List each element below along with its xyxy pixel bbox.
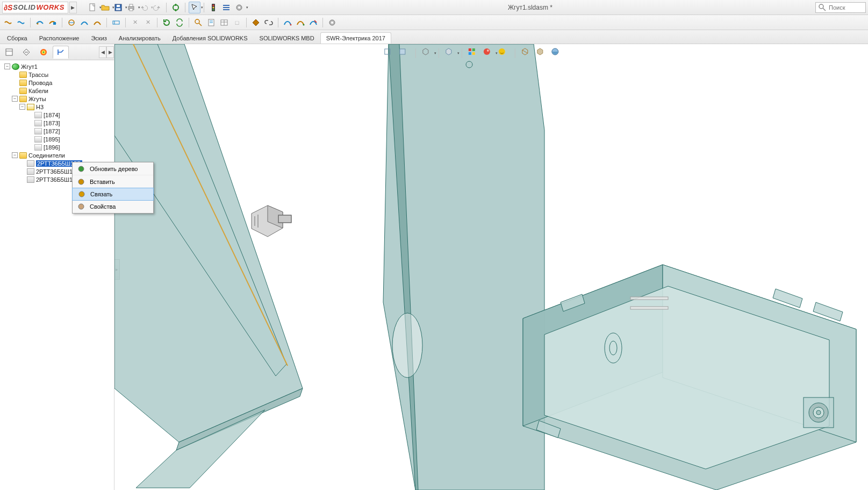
view-orientation-icon[interactable]: ▾ — [421, 47, 433, 59]
pin-label: [1874] — [44, 112, 60, 118]
pin-label: [1895] — [44, 136, 60, 143]
elec-diamond[interactable] — [250, 17, 262, 29]
svg-point-53 — [392, 313, 422, 378]
cmd-tab[interactable]: Сборка — [1, 32, 33, 44]
elec-tool-7[interactable] — [91, 17, 103, 29]
tree-pin-item[interactable]: [1873] — [26, 119, 114, 127]
rebuild-button[interactable] — [170, 2, 182, 13]
options-list-icon[interactable] — [220, 2, 232, 13]
context-menu: Обновить деревоВставитьСвязатьСвойства — [72, 162, 154, 214]
elec-path3[interactable] — [307, 17, 319, 29]
pin-icon — [34, 144, 42, 151]
elec-tool-3[interactable] — [34, 17, 46, 29]
harness-label: H3 — [36, 104, 44, 110]
context-menu-item[interactable]: Вставить — [73, 175, 153, 188]
svg-rect-2 — [117, 5, 120, 7]
context-menu-icon — [77, 177, 85, 186]
view-zoomfit-icon[interactable] — [383, 47, 395, 59]
search-box[interactable] — [815, 2, 866, 13]
menu-expand-button[interactable]: ▶ — [69, 2, 77, 13]
open-document-button[interactable]: ▾ — [99, 2, 111, 13]
cmd-tab[interactable]: Добавления SOLIDWORKS — [167, 32, 254, 44]
new-document-button[interactable]: ▾ — [87, 2, 98, 13]
feature-tree[interactable]: − Жгут1 Трассы Провода Кабели −Жгуты −H3 — [0, 60, 114, 490]
view-display-icon[interactable]: ▾ — [444, 47, 456, 59]
view-render-icon[interactable] — [551, 47, 563, 59]
svg-line-18 — [823, 8, 826, 11]
elec-path1[interactable] — [282, 17, 293, 29]
elec-tool-4[interactable] — [47, 17, 59, 29]
connector-icon — [27, 168, 34, 175]
context-menu-item[interactable]: Свойства — [73, 200, 153, 213]
tree-pin-item[interactable]: [1874] — [26, 111, 114, 119]
view-zoomarea-icon[interactable] — [398, 47, 410, 59]
elec-tool-10[interactable]: ✕ — [142, 17, 154, 29]
panel-tab-dimxpert[interactable] — [53, 46, 69, 59]
cmd-tab[interactable]: SOLIDWORKS MBD — [254, 32, 320, 44]
tree-folder-wires[interactable]: Провода — [11, 79, 114, 87]
panel-nav-next[interactable]: ▶ — [106, 46, 114, 58]
view-appearance-icon[interactable]: ▾ — [483, 47, 494, 59]
redo-button[interactable] — [151, 2, 163, 13]
elec-refresh[interactable] — [161, 17, 173, 29]
folder-icon — [19, 72, 27, 78]
elec-tool-8[interactable] — [110, 17, 122, 29]
elec-tool-1[interactable] — [2, 17, 14, 29]
svg-rect-5 — [130, 4, 133, 6]
view-decals-icon[interactable] — [498, 47, 510, 59]
view-scene-icon[interactable] — [468, 47, 479, 59]
elec-tool-dim[interactable]: □ — [231, 17, 243, 29]
tree-root-label: Жгут1 — [21, 63, 38, 70]
settings-gear-icon[interactable]: ▾ — [233, 2, 245, 13]
panel-nav-prev[interactable]: ◀ — [99, 46, 106, 58]
view-hide-icon[interactable] — [536, 47, 548, 59]
elec-link[interactable] — [263, 17, 275, 29]
tree-pin-item[interactable]: [1896] — [26, 143, 114, 151]
tree-folder-cables[interactable]: Кабели — [11, 87, 114, 95]
panel-tab-config[interactable] — [35, 46, 52, 59]
context-menu-item[interactable]: Связать — [72, 188, 154, 201]
cmd-tab[interactable]: SWR-Электрика 2017 — [320, 32, 391, 44]
elec-zoom[interactable] — [192, 17, 204, 29]
svg-rect-73 — [630, 297, 668, 300]
traffic-light-icon[interactable] — [207, 2, 219, 13]
svg-rect-82 — [472, 52, 475, 55]
svg-point-32 — [290, 24, 292, 25]
elec-report[interactable] — [205, 17, 217, 29]
elec-gear[interactable] — [326, 17, 338, 29]
pin-icon — [34, 128, 42, 134]
save-button[interactable]: ▾ — [112, 2, 124, 13]
cmd-tab[interactable]: Эскиз — [85, 32, 112, 44]
folder-icon — [19, 88, 27, 94]
undo-button[interactable]: ▾ — [138, 2, 150, 13]
graphics-viewport[interactable]: ▸ — [114, 44, 868, 490]
tree-pin-item[interactable]: [1895] — [26, 135, 114, 143]
print-button[interactable]: ▾ — [125, 2, 137, 13]
elec-tool-9[interactable]: ✕ — [129, 17, 141, 29]
search-input[interactable] — [829, 4, 863, 11]
cmd-tab[interactable]: Расположение — [33, 32, 85, 44]
tree-folder-traces[interactable]: Трассы — [11, 70, 114, 79]
select-button[interactable]: ▾ — [189, 2, 200, 13]
elec-sync[interactable] — [174, 17, 185, 29]
tree-folder-connectors[interactable]: −Соединители — [11, 151, 114, 159]
panel-tab-feature-tree[interactable] — [1, 46, 17, 59]
tree-harness[interactable]: −H3 — [18, 103, 114, 111]
context-menu-icon — [77, 202, 85, 211]
tree-root[interactable]: − Жгут1 — [3, 62, 114, 70]
elec-tool-2[interactable] — [15, 17, 27, 29]
elec-tool-6[interactable] — [78, 17, 90, 29]
panel-tab-property[interactable] — [18, 46, 34, 59]
context-menu-item[interactable]: Обновить дерево — [73, 162, 153, 175]
context-menu-label: Связать — [90, 191, 112, 197]
tree-pin-item[interactable]: [1872] — [26, 127, 114, 135]
cmd-tab[interactable]: Анализировать — [113, 32, 167, 44]
context-menu-label: Свойства — [90, 203, 116, 210]
title-bar: ∂S SOLID WORKS ▶ ▾ ▾ ▾ ▾ ▾ ▾ ▾ Жгут1.sld… — [0, 0, 868, 15]
elec-tool-5[interactable] — [66, 17, 77, 29]
tree-folder-harnesses[interactable]: −Жгуты — [11, 95, 114, 103]
elec-table[interactable] — [218, 17, 230, 29]
view-section-icon[interactable] — [521, 47, 533, 59]
elec-path2[interactable] — [295, 17, 306, 29]
svg-rect-3 — [116, 8, 120, 10]
